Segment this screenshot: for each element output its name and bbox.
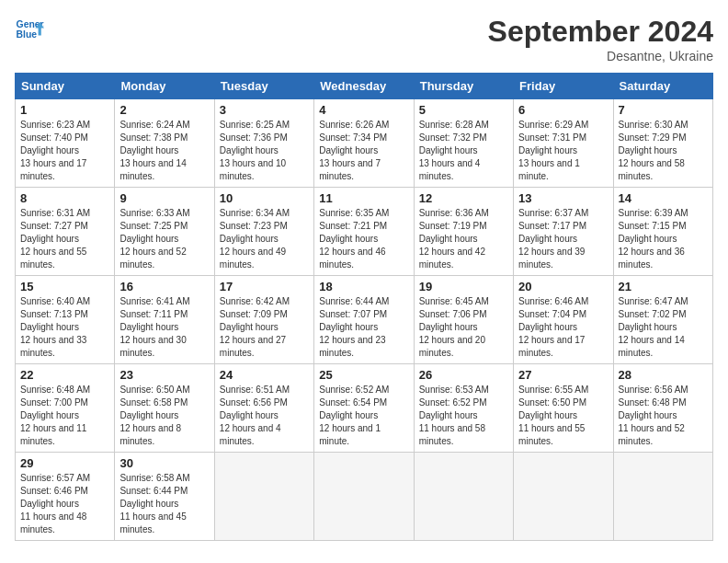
location: Desantne, Ukraine (488, 49, 713, 63)
day-number: 5 (419, 103, 508, 117)
calendar-cell: 25 Sunrise: 6:52 AM Sunset: 6:54 PM Dayl… (314, 364, 414, 453)
calendar-cell: 27 Sunrise: 6:55 AM Sunset: 6:50 PM Dayl… (514, 364, 613, 453)
calendar-cell: 19 Sunrise: 6:45 AM Sunset: 7:06 PM Dayl… (414, 276, 513, 364)
calendar-cell: 5 Sunrise: 6:28 AM Sunset: 7:32 PM Dayli… (414, 99, 513, 188)
calendar-cell: 30 Sunrise: 6:58 AM Sunset: 6:44 PM Dayl… (115, 453, 214, 541)
calendar-cell: 26 Sunrise: 6:53 AM Sunset: 6:52 PM Dayl… (414, 364, 513, 453)
day-info: Sunrise: 6:50 AM Sunset: 6:58 PM Dayligh… (119, 384, 209, 448)
calendar-cell: 28 Sunrise: 6:56 AM Sunset: 6:48 PM Dayl… (613, 364, 712, 453)
calendar-cell: 24 Sunrise: 6:51 AM Sunset: 6:56 PM Dayl… (214, 364, 313, 453)
day-info: Sunrise: 6:44 AM Sunset: 7:07 PM Dayligh… (319, 295, 408, 360)
day-info: Sunrise: 6:41 AM Sunset: 7:11 PM Dayligh… (119, 295, 209, 360)
calendar-cell: 8 Sunrise: 6:31 AM Sunset: 7:27 PM Dayli… (16, 188, 115, 276)
logo-icon: General Blue (15, 15, 44, 44)
calendar-cell: 10 Sunrise: 6:34 AM Sunset: 7:23 PM Dayl… (214, 188, 313, 276)
day-info: Sunrise: 6:56 AM Sunset: 6:48 PM Dayligh… (619, 384, 708, 448)
day-number: 12 (419, 191, 508, 205)
calendar-cell (514, 453, 613, 541)
day-info: Sunrise: 6:42 AM Sunset: 7:09 PM Dayligh… (220, 295, 309, 360)
day-info: Sunrise: 6:29 AM Sunset: 7:31 PM Dayligh… (518, 119, 608, 183)
calendar-cell: 21 Sunrise: 6:47 AM Sunset: 7:02 PM Dayl… (613, 276, 712, 364)
calendar-week-row: 8 Sunrise: 6:31 AM Sunset: 7:27 PM Dayli… (16, 188, 713, 276)
calendar-cell: 20 Sunrise: 6:46 AM Sunset: 7:04 PM Dayl… (514, 276, 613, 364)
calendar-cell: 17 Sunrise: 6:42 AM Sunset: 7:09 PM Dayl… (214, 276, 313, 364)
day-info: Sunrise: 6:34 AM Sunset: 7:23 PM Dayligh… (220, 207, 309, 271)
calendar-cell: 15 Sunrise: 6:40 AM Sunset: 7:13 PM Dayl… (16, 276, 115, 364)
day-info: Sunrise: 6:30 AM Sunset: 7:29 PM Dayligh… (619, 119, 708, 183)
calendar-cell: 4 Sunrise: 6:26 AM Sunset: 7:34 PM Dayli… (314, 99, 414, 188)
calendar-cell (613, 453, 712, 541)
header-saturday: Saturday (613, 74, 712, 99)
calendar-table: Sunday Monday Tuesday Wednesday Thursday… (15, 73, 713, 541)
header-sunday: Sunday (16, 74, 115, 99)
calendar-cell: 3 Sunrise: 6:25 AM Sunset: 7:36 PM Dayli… (214, 99, 313, 188)
day-number: 2 (119, 103, 209, 117)
header-wednesday: Wednesday (314, 74, 414, 99)
day-number: 17 (220, 280, 309, 293)
calendar-cell: 23 Sunrise: 6:50 AM Sunset: 6:58 PM Dayl… (115, 364, 214, 453)
day-number: 22 (20, 368, 109, 382)
day-number: 15 (20, 280, 109, 293)
day-number: 26 (419, 368, 508, 382)
day-number: 20 (518, 280, 608, 293)
calendar-cell (414, 453, 513, 541)
day-info: Sunrise: 6:33 AM Sunset: 7:25 PM Dayligh… (119, 207, 209, 271)
day-info: Sunrise: 6:45 AM Sunset: 7:06 PM Dayligh… (419, 295, 508, 360)
header-monday: Monday (115, 74, 214, 99)
calendar-cell: 9 Sunrise: 6:33 AM Sunset: 7:25 PM Dayli… (115, 188, 214, 276)
day-info: Sunrise: 6:47 AM Sunset: 7:02 PM Dayligh… (619, 295, 708, 360)
logo: General Blue (15, 15, 44, 44)
calendar-cell: 6 Sunrise: 6:29 AM Sunset: 7:31 PM Dayli… (514, 99, 613, 188)
day-info: Sunrise: 6:37 AM Sunset: 7:17 PM Dayligh… (518, 207, 608, 271)
calendar-week-row: 29 Sunrise: 6:57 AM Sunset: 6:46 PM Dayl… (16, 453, 713, 541)
day-number: 6 (518, 103, 608, 117)
day-info: Sunrise: 6:28 AM Sunset: 7:32 PM Dayligh… (419, 119, 508, 183)
svg-text:Blue: Blue (17, 29, 38, 40)
day-info: Sunrise: 6:46 AM Sunset: 7:04 PM Dayligh… (518, 295, 608, 360)
day-info: Sunrise: 6:26 AM Sunset: 7:34 PM Dayligh… (319, 119, 408, 183)
day-info: Sunrise: 6:25 AM Sunset: 7:36 PM Dayligh… (220, 119, 309, 183)
day-info: Sunrise: 6:23 AM Sunset: 7:40 PM Dayligh… (20, 119, 109, 183)
calendar-cell: 22 Sunrise: 6:48 AM Sunset: 7:00 PM Dayl… (16, 364, 115, 453)
day-number: 30 (119, 456, 209, 470)
day-info: Sunrise: 6:24 AM Sunset: 7:38 PM Dayligh… (119, 119, 209, 183)
calendar-cell: 2 Sunrise: 6:24 AM Sunset: 7:38 PM Dayli… (115, 99, 214, 188)
header-tuesday: Tuesday (214, 74, 313, 99)
day-number: 28 (619, 368, 708, 382)
day-number: 3 (220, 103, 309, 117)
day-info: Sunrise: 6:39 AM Sunset: 7:15 PM Dayligh… (619, 207, 708, 271)
calendar-cell (314, 453, 414, 541)
calendar-cell: 29 Sunrise: 6:57 AM Sunset: 6:46 PM Dayl… (16, 453, 115, 541)
calendar-cell: 18 Sunrise: 6:44 AM Sunset: 7:07 PM Dayl… (314, 276, 414, 364)
day-info: Sunrise: 6:35 AM Sunset: 7:21 PM Dayligh… (319, 207, 408, 271)
calendar-cell (214, 453, 313, 541)
day-info: Sunrise: 6:55 AM Sunset: 6:50 PM Dayligh… (518, 384, 608, 448)
calendar-cell: 14 Sunrise: 6:39 AM Sunset: 7:15 PM Dayl… (613, 188, 712, 276)
day-info: Sunrise: 6:31 AM Sunset: 7:27 PM Dayligh… (20, 207, 109, 271)
day-number: 11 (319, 191, 408, 205)
day-number: 9 (119, 191, 209, 205)
weekday-header-row: Sunday Monday Tuesday Wednesday Thursday… (16, 74, 713, 99)
calendar-cell: 13 Sunrise: 6:37 AM Sunset: 7:17 PM Dayl… (514, 188, 613, 276)
calendar-cell: 11 Sunrise: 6:35 AM Sunset: 7:21 PM Dayl… (314, 188, 414, 276)
day-info: Sunrise: 6:57 AM Sunset: 6:46 PM Dayligh… (20, 472, 109, 536)
day-info: Sunrise: 6:51 AM Sunset: 6:56 PM Dayligh… (220, 384, 309, 448)
page-header: General Blue September 2024 Desantne, Uk… (15, 15, 713, 63)
header-friday: Friday (514, 74, 613, 99)
day-number: 13 (518, 191, 608, 205)
calendar-week-row: 1 Sunrise: 6:23 AM Sunset: 7:40 PM Dayli… (16, 99, 713, 188)
calendar-cell: 7 Sunrise: 6:30 AM Sunset: 7:29 PM Dayli… (613, 99, 712, 188)
day-info: Sunrise: 6:58 AM Sunset: 6:44 PM Dayligh… (119, 472, 209, 536)
day-info: Sunrise: 6:52 AM Sunset: 6:54 PM Dayligh… (319, 384, 408, 448)
day-number: 10 (220, 191, 309, 205)
day-number: 1 (20, 103, 109, 117)
calendar-cell: 1 Sunrise: 6:23 AM Sunset: 7:40 PM Dayli… (16, 99, 115, 188)
month-title: September 2024 (488, 15, 713, 49)
calendar-week-row: 15 Sunrise: 6:40 AM Sunset: 7:13 PM Dayl… (16, 276, 713, 364)
day-info: Sunrise: 6:36 AM Sunset: 7:19 PM Dayligh… (419, 207, 508, 271)
calendar-week-row: 22 Sunrise: 6:48 AM Sunset: 7:00 PM Dayl… (16, 364, 713, 453)
calendar-cell: 16 Sunrise: 6:41 AM Sunset: 7:11 PM Dayl… (115, 276, 214, 364)
day-number: 29 (20, 456, 109, 470)
day-number: 16 (119, 280, 209, 293)
day-number: 25 (319, 368, 408, 382)
